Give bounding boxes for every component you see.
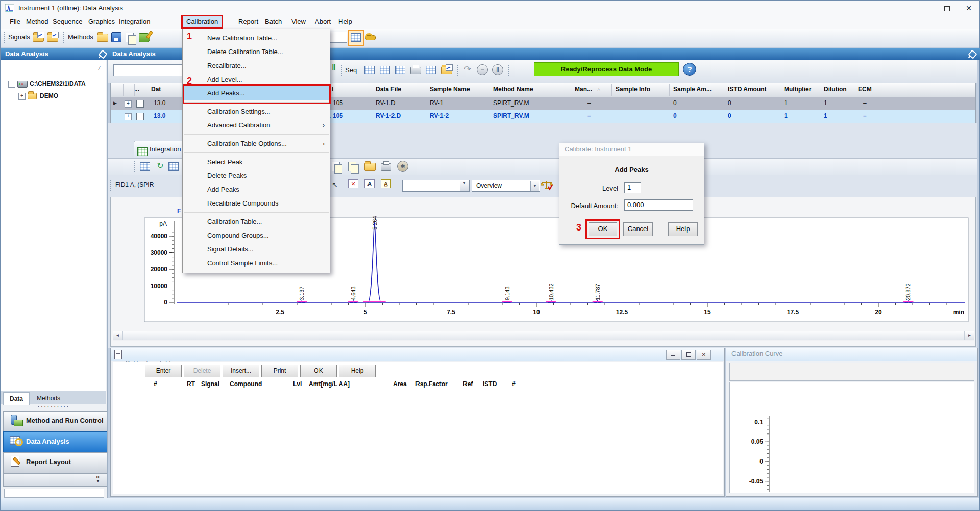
help-icon[interactable]: ?: [683, 63, 696, 76]
menubar-item-method[interactable]: Method: [22, 16, 52, 27]
column-header-sample_am[interactable]: Sample Am...: [673, 86, 712, 93]
pointer-cursor-icon[interactable]: ↖: [332, 179, 344, 191]
menu-item-compound-groups[interactable]: Compound Groups...: [183, 228, 330, 242]
help-button[interactable]: Help: [339, 365, 376, 377]
tab-integration[interactable]: Integration: [134, 141, 190, 158]
menubar-item-calibration[interactable]: Calibration: [183, 16, 222, 27]
menu-item-calibration-table-options[interactable]: Calibration Table Options...›: [183, 137, 330, 150]
restore-button[interactable]: [681, 350, 696, 360]
annotate-a-icon[interactable]: A: [364, 179, 377, 191]
menu-item-add-level[interactable]: Add Level...: [183, 72, 330, 86]
column-header-vial[interactable]: l: [332, 86, 333, 93]
horizontal-scrollbar[interactable]: ◄ ►: [113, 331, 974, 341]
help-button[interactable]: Help: [668, 222, 698, 236]
menu-item-advanced-calibration[interactable]: Advanced Calibration›: [183, 118, 330, 132]
chevron-down-icon[interactable]: ▼: [96, 479, 100, 483]
pause-icon[interactable]: ‖: [492, 63, 504, 75]
default-amount-input[interactable]: 0.000: [624, 199, 693, 211]
chevron-down-icon[interactable]: ▼: [530, 181, 539, 191]
level-input[interactable]: 1: [624, 182, 641, 193]
toolbar-grip[interactable]: [341, 65, 344, 76]
menu-item-recalibrate[interactable]: Recalibrate...: [183, 59, 330, 72]
menubar-item-integration[interactable]: Integration: [115, 16, 154, 27]
dialog-title[interactable]: Calibrate: Instrument 1: [559, 143, 704, 156]
print-button[interactable]: Print: [261, 365, 298, 377]
sidebar-item-report-layout[interactable]: Report Layout: [3, 452, 107, 474]
toolbar-grip[interactable]: [63, 32, 66, 43]
column-header-istd[interactable]: ISTD Amount: [728, 86, 767, 93]
integration-events-icon[interactable]: [140, 160, 152, 172]
load-signal-icon[interactable]: [33, 31, 45, 43]
close-button[interactable]: ✕: [960, 3, 978, 14]
column-header-sample_name[interactable]: Sample Name: [430, 86, 470, 93]
tree-expander-icon[interactable]: +: [18, 93, 26, 100]
ready-status-button[interactable]: Ready/Reprocess Data Mode: [534, 62, 679, 76]
column-header-dilution[interactable]: Dilution: [824, 86, 847, 93]
edit-annotation-icon[interactable]: A̲: [381, 179, 393, 191]
scroll-left-icon[interactable]: ◄: [113, 331, 122, 340]
menu-item-signal-details[interactable]: Signal Details...: [183, 242, 330, 256]
integration-table-icon[interactable]: [168, 160, 181, 172]
minimize-button[interactable]: [666, 350, 680, 360]
toolbar-grip[interactable]: [110, 180, 113, 191]
sequence-table-icon[interactable]: [364, 63, 377, 75]
sequence-parameters-icon[interactable]: [380, 63, 392, 75]
table-view-button[interactable]: [348, 30, 364, 46]
minimize-button[interactable]: [916, 3, 934, 14]
row-checkbox[interactable]: [136, 113, 144, 120]
edit-method-icon[interactable]: [139, 31, 151, 43]
partial-sequence-icon[interactable]: [426, 63, 438, 75]
sample-table-icon[interactable]: [395, 63, 407, 75]
calibration-curve-plot[interactable]: 0.10.050-0.05-0.1-0.1-0.0500.05: [730, 382, 973, 492]
menubar-item-abort[interactable]: Abort: [311, 16, 334, 27]
preview-icon[interactable]: [348, 160, 360, 172]
splitter-grip[interactable]: ··········: [1, 404, 106, 409]
load-signal-options-icon[interactable]: [47, 31, 59, 43]
row-checkbox[interactable]: [136, 100, 144, 108]
menubar-item-sequence[interactable]: Sequence: [49, 16, 86, 27]
open-method-icon[interactable]: [97, 31, 109, 43]
menu-item-new-calibration-table[interactable]: New Calibration Table...: [183, 31, 330, 45]
column-header-sel[interactable]: ...: [134, 86, 139, 93]
view-mode-dropdown[interactable]: Overview ▼: [472, 180, 540, 192]
menu-item-select-peak[interactable]: Select Peak: [183, 155, 330, 169]
menu-item-recalibrate-compounds[interactable]: Recalibrate Compounds: [183, 196, 330, 210]
close-icon[interactable]: ✕: [697, 350, 711, 360]
menubar-item-report[interactable]: Report: [235, 16, 262, 27]
toolbar-grip[interactable]: [4, 32, 7, 43]
column-header-man[interactable]: Man...: [575, 86, 592, 93]
menubar-item-batch[interactable]: Batch: [261, 16, 285, 27]
stop-icon[interactable]: −: [477, 63, 489, 75]
chevron-down-icon[interactable]: ▼: [460, 181, 469, 191]
pin-icon[interactable]: [100, 51, 106, 58]
toolbar-grip[interactable]: [134, 161, 137, 172]
menu-item-calibration-table[interactable]: Calibration Table...: [183, 215, 330, 228]
column-header-sample_info[interactable]: Sample Info: [616, 86, 650, 93]
scrollbar-thumb[interactable]: [122, 331, 965, 340]
ok-button[interactable]: OK: [589, 222, 617, 236]
load-sequence-icon[interactable]: [441, 63, 453, 75]
row-expander-icon[interactable]: +: [125, 100, 132, 108]
menu-item-control-sample-limits[interactable]: Control Sample Limits...: [183, 256, 330, 270]
column-header-multiplier[interactable]: Multiplier: [784, 86, 811, 93]
signal-select-dropdown[interactable]: ▼: [402, 180, 470, 192]
maximize-button[interactable]: [938, 3, 955, 14]
calibration-scales-icon[interactable]: [540, 178, 553, 192]
sidebar-item-method-and-run-control[interactable]: Method and Run Control: [3, 411, 107, 432]
sequence-input[interactable]: [113, 64, 183, 76]
row-expander-icon[interactable]: +: [125, 113, 132, 120]
menubar-item-help[interactable]: Help: [335, 16, 356, 27]
settings-icon[interactable]: ✱: [397, 160, 409, 172]
sidebar-item-data-analysis[interactable]: Data Analysis: [3, 431, 107, 453]
menubar-item-view[interactable]: View: [288, 16, 309, 27]
copy-method-icon[interactable]: [126, 31, 138, 43]
ok-button[interactable]: OK: [300, 365, 337, 377]
print-icon[interactable]: [381, 160, 393, 172]
auto-integrate-icon[interactable]: ↻: [154, 160, 166, 172]
menu-item-delete-calibration-table[interactable]: Delete Calibration Table...: [183, 45, 330, 59]
save-method-icon[interactable]: [111, 31, 124, 43]
menu-item-add-peaks[interactable]: Add Peaks: [183, 183, 330, 196]
copy-icon[interactable]: [332, 160, 344, 172]
menu-item-add-peaks[interactable]: Add Peaks...: [183, 86, 330, 100]
insert-button[interactable]: Insert...: [223, 365, 259, 377]
